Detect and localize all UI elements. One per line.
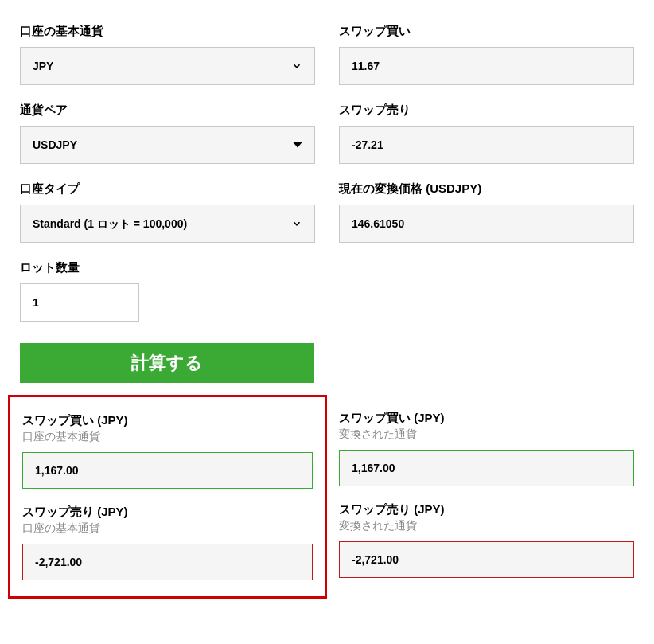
result-swap-sell-right-title: スワップ売り (JPY) xyxy=(339,502,634,517)
result-swap-sell-left-subtitle: 口座の基本通貨 xyxy=(22,521,313,536)
account-type-select[interactable]: Standard (1 ロット = 100,000) xyxy=(20,205,315,243)
result-swap-sell-left-value-box: -2,721.00 xyxy=(22,544,313,580)
result-swap-buy-right-subtitle: 変換された通貨 xyxy=(339,427,634,442)
highlighted-results-box: スワップ買い (JPY) 口座の基本通貨 1,167.00 スワップ売り (JP… xyxy=(8,395,327,599)
conversion-price-label: 現在の変換価格 (USDJPY) xyxy=(339,181,634,197)
account-type-label: 口座タイプ xyxy=(20,181,315,197)
result-swap-buy-left-title: スワップ買い (JPY) xyxy=(22,413,313,428)
swap-sell-label: スワップ売り xyxy=(339,103,634,118)
conversion-price-value: 146.61050 xyxy=(352,217,404,230)
result-swap-sell-right-value-box: -2,721.00 xyxy=(339,541,634,578)
swap-sell-value: -27.21 xyxy=(352,139,383,151)
currency-pair-label: 通貨ペア xyxy=(20,103,315,118)
lot-quantity-label: ロット数量 xyxy=(20,260,315,275)
swap-sell-value-box: -27.21 xyxy=(339,126,634,164)
result-swap-sell-right-value: -2,721.00 xyxy=(352,553,399,566)
result-swap-sell-left-value: -2,721.00 xyxy=(35,556,82,568)
base-currency-label: 口座の基本通貨 xyxy=(20,24,315,39)
result-swap-buy-left-value: 1,167.00 xyxy=(35,464,79,477)
swap-buy-value: 11.67 xyxy=(352,60,380,72)
result-swap-buy-left-value-box: 1,167.00 xyxy=(22,452,313,489)
currency-pair-select-input[interactable]: USDJPY xyxy=(33,139,302,151)
conversion-price-value-box: 146.61050 xyxy=(339,205,634,243)
result-swap-buy-right-title: スワップ買い (JPY) xyxy=(339,411,634,426)
result-swap-sell-right-subtitle: 変換された通貨 xyxy=(339,519,634,533)
base-currency-select-input[interactable]: JPY xyxy=(33,60,302,72)
swap-buy-label: スワップ買い xyxy=(339,24,634,39)
result-swap-buy-left-subtitle: 口座の基本通貨 xyxy=(22,430,313,444)
currency-pair-select[interactable]: USDJPY xyxy=(20,126,315,164)
result-swap-sell-left-title: スワップ売り (JPY) xyxy=(22,505,313,520)
result-swap-buy-right-value-box: 1,167.00 xyxy=(339,450,634,486)
calculate-button[interactable]: 計算する xyxy=(20,343,314,383)
lot-quantity-input-wrapper xyxy=(20,283,139,322)
lot-quantity-input[interactable] xyxy=(33,296,127,309)
result-swap-buy-right-value: 1,167.00 xyxy=(352,462,395,474)
base-currency-select[interactable]: JPY xyxy=(20,47,315,85)
account-type-select-input[interactable]: Standard (1 ロット = 100,000) xyxy=(33,217,302,230)
swap-buy-value-box: 11.67 xyxy=(339,47,634,85)
